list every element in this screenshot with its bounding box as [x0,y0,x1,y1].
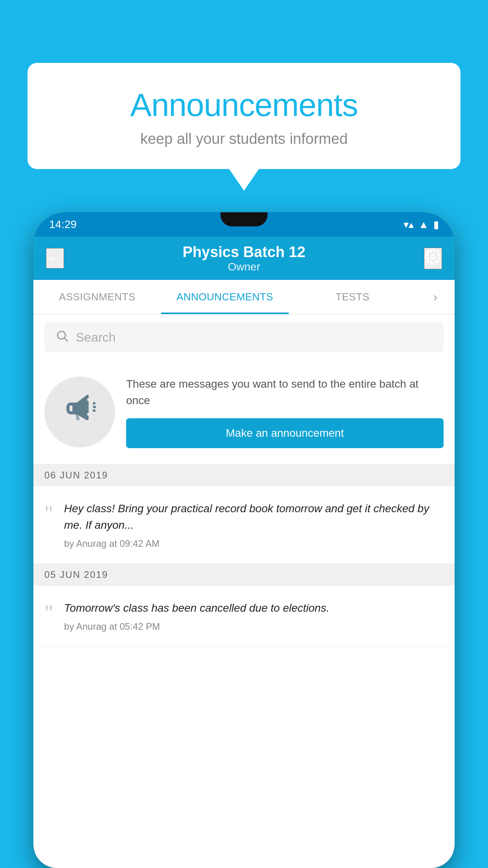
date-separator-1: 06 JUN 2019 [33,464,455,486]
quote-icon-1: " [44,503,53,524]
search-placeholder: Search [76,330,116,345]
announcement-text-2: Tomorrow's class has been cancelled due … [64,600,444,632]
tabs-bar: ASSIGNMENTS ANNOUNCEMENTS TESTS › [33,280,455,314]
speech-bubble: Announcements keep all your students inf… [28,63,460,169]
status-icons: ▾▴ ▲ ▮ [404,219,439,231]
search-container: Search [33,314,455,360]
date-separator-2: 05 JUN 2019 [33,564,455,586]
settings-button[interactable] [424,248,442,269]
announcement-right: These are messages you want to send to t… [126,376,444,448]
notch [220,212,268,226]
speech-bubble-subtitle: keep all your students informed [59,131,429,147]
svg-line-5 [93,410,95,411]
phone-screen: 14:29 ▾▴ ▲ ▮ ← Physics Batch 12 Owner [33,212,455,868]
make-announcement-button[interactable]: Make an announcement [126,418,444,448]
gear-icon [425,248,441,265]
battery-icon: ▮ [433,219,439,231]
announcement-meta-1: by Anurag at 09:42 AM [64,538,444,549]
announcement-message-1: Hey class! Bring your practical record b… [64,500,444,533]
svg-line-3 [93,403,95,404]
announcement-prompt: These are messages you want to send to t… [33,360,455,464]
speech-bubble-arrow [229,169,259,191]
tab-announcements[interactable]: ANNOUNCEMENTS [161,280,289,314]
tab-assignments[interactable]: ASSIGNMENTS [33,280,161,314]
search-icon [55,329,69,346]
speech-bubble-title: Announcements [59,86,429,123]
tab-more[interactable]: › [416,280,455,314]
phone-mockup: 14:29 ▾▴ ▲ ▮ ← Physics Batch 12 Owner [33,212,455,868]
announcement-item-2: " Tomorrow's class has been cancelled du… [33,586,455,647]
svg-point-1 [58,331,66,339]
announcement-message-2: Tomorrow's class has been cancelled due … [64,600,444,616]
status-bar: 14:29 ▾▴ ▲ ▮ [33,212,455,237]
app-bar-title: Physics Batch 12 [64,244,424,261]
status-time: 14:29 [49,218,77,231]
announcement-description: These are messages you want to send to t… [126,376,444,409]
app-bar-subtitle: Owner [64,261,424,273]
megaphone-icon [62,391,97,434]
search-bar[interactable]: Search [44,322,444,352]
signal-icon: ▲ [418,219,429,231]
back-button[interactable]: ← [46,248,64,268]
speech-bubble-container: Announcements keep all your students inf… [28,63,460,191]
tab-tests[interactable]: TESTS [289,280,416,314]
app-bar: ← Physics Batch 12 Owner [33,237,455,280]
announcement-meta-2: by Anurag at 05:42 PM [64,621,444,632]
svg-point-0 [431,254,435,259]
megaphone-circle [44,377,115,447]
quote-icon-2: " [44,602,53,623]
app-bar-title-area: Physics Batch 12 Owner [64,244,424,273]
announcement-text-1: Hey class! Bring your practical record b… [64,500,444,549]
wifi-icon: ▾▴ [404,219,414,231]
svg-line-2 [64,338,68,341]
announcement-item-1: " Hey class! Bring your practical record… [33,486,455,564]
